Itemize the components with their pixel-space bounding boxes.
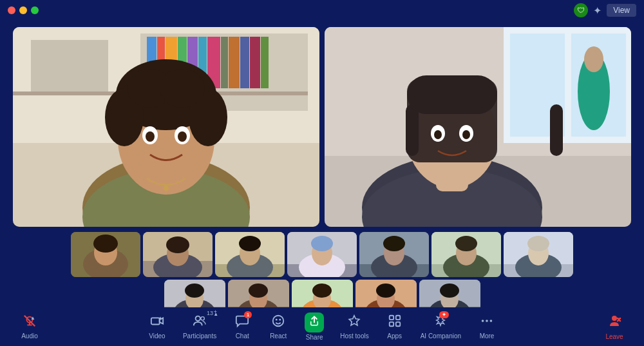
participants-icon: 13 + ▲ (193, 314, 207, 331)
svg-point-70 (311, 236, 333, 251)
wand-icon: ✦ (593, 5, 601, 17)
window-controls (8, 6, 39, 14)
ai-companion-icon: ✦ (433, 314, 448, 331)
share-button[interactable]: Share (298, 310, 331, 343)
chat-button[interactable]: 1 Chat (225, 311, 259, 342)
participants-button[interactable]: 13 + ▲ Participants (176, 311, 223, 342)
svg-point-29 (146, 131, 155, 142)
react-button[interactable]: React (261, 311, 295, 342)
svg-point-80 (455, 236, 477, 251)
security-icon: 🛡 (574, 3, 588, 17)
participants-label: Participants (183, 332, 216, 340)
main-video-tile-2 (325, 27, 631, 227)
svg-rect-46 (407, 75, 497, 114)
participant-count: 13 (207, 310, 213, 316)
video-label: Video (149, 332, 165, 340)
participant-thumb-6[interactable] (431, 232, 501, 277)
video-chevron: ▲ (158, 315, 163, 321)
ai-companion-badge: ✦ (439, 311, 449, 318)
svg-point-49 (434, 130, 442, 139)
svg-rect-14 (250, 37, 260, 88)
svg-point-120 (279, 319, 281, 321)
participant-thumb-3[interactable] (215, 232, 285, 277)
host-tools-button[interactable]: Host tools (334, 311, 375, 342)
strip-row-1 (71, 232, 573, 277)
svg-rect-13 (240, 37, 249, 88)
video-button[interactable]: ▲ Video (140, 311, 174, 342)
svg-point-55 (93, 235, 118, 253)
maximize-button[interactable] (31, 6, 39, 14)
svg-point-65 (239, 236, 261, 251)
svg-point-30 (178, 131, 187, 142)
react-icon (271, 314, 285, 331)
main-video-svg-2 (325, 27, 631, 227)
svg-point-90 (185, 284, 204, 298)
participant-thumb-1[interactable] (71, 232, 140, 277)
apps-button[interactable]: Apps (378, 311, 412, 342)
svg-point-119 (276, 319, 278, 321)
svg-point-125 (482, 320, 484, 322)
participant-thumb-5[interactable] (359, 232, 429, 277)
svg-rect-44 (406, 104, 419, 156)
title-bar: 🛡 ✦ View (0, 0, 644, 21)
svg-point-117 (201, 317, 205, 321)
participant-thumb-7[interactable] (504, 232, 573, 277)
svg-rect-17 (13, 91, 115, 95)
svg-rect-15 (261, 37, 269, 88)
svg-point-118 (273, 316, 284, 327)
share-label: Share (306, 334, 323, 341)
svg-rect-121 (389, 316, 393, 320)
share-icon (305, 312, 324, 332)
apps-icon (388, 314, 402, 331)
main-content (0, 21, 644, 307)
svg-point-85 (527, 236, 549, 251)
svg-point-128 (612, 316, 617, 321)
participant-thumb-2[interactable] (143, 232, 213, 277)
svg-point-116 (196, 316, 200, 321)
audio-label: Audio (21, 332, 38, 340)
svg-point-110 (440, 284, 459, 298)
minimize-button[interactable] (19, 6, 27, 14)
host-tools-label: Host tools (340, 332, 368, 340)
close-button[interactable] (8, 6, 15, 14)
audio-chevron: ▲ (30, 315, 35, 321)
svg-point-50 (462, 130, 470, 139)
leave-icon (607, 313, 622, 332)
svg-rect-11 (221, 37, 228, 88)
toolbar-center: ▲ Video 13 + ▲ Participants (140, 310, 504, 343)
chat-icon: 1 (235, 314, 249, 331)
svg-rect-12 (229, 37, 240, 88)
more-icon (480, 314, 494, 331)
main-video-svg-1 (13, 27, 319, 227)
svg-point-26 (160, 69, 205, 108)
toolbar: ▲ Audio ▲ Video (0, 307, 644, 346)
svg-point-95 (249, 284, 268, 298)
leave-label: Leave (605, 333, 623, 340)
participant-thumb-4[interactable] (287, 232, 357, 277)
video-icon: ▲ (150, 314, 164, 331)
svg-rect-122 (396, 316, 400, 320)
leave-button[interactable]: Leave (598, 311, 631, 343)
ai-companion-label: AI Companion (421, 332, 461, 340)
svg-point-60 (166, 236, 189, 253)
ai-companion-button[interactable]: ✦ AI Companion (414, 311, 468, 342)
react-label: React (270, 332, 287, 340)
more-button[interactable]: More (470, 311, 504, 342)
svg-point-126 (486, 320, 488, 322)
more-label: More (480, 332, 495, 340)
title-bar-right: 🛡 ✦ View (574, 3, 636, 17)
svg-point-100 (312, 284, 332, 298)
svg-point-75 (383, 236, 405, 251)
svg-rect-2 (31, 40, 108, 91)
main-videos (13, 27, 631, 227)
svg-point-38 (584, 46, 603, 72)
svg-point-31 (164, 186, 169, 191)
chat-badge: 1 (244, 311, 252, 318)
svg-rect-124 (396, 322, 400, 326)
host-tools-icon (347, 314, 361, 331)
view-button[interactable]: View (607, 4, 636, 17)
svg-rect-45 (550, 104, 563, 156)
svg-rect-123 (389, 322, 393, 326)
participants-chevron: ▲ (213, 311, 218, 317)
audio-button[interactable]: ▲ Audio (13, 311, 46, 342)
